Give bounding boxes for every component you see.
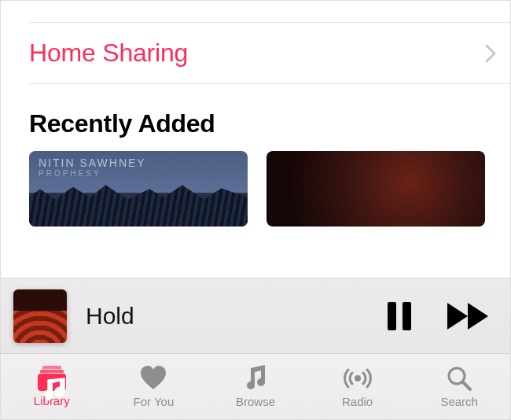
library-row-label: Home Sharing — [29, 39, 188, 68]
tab-bar: Library For You Browse Radio Search — [1, 353, 510, 419]
tab-label: For You — [134, 395, 175, 408]
music-note-icon — [241, 365, 270, 392]
album-tile[interactable]: NITIN SAWHNEY PROPHESY — [29, 151, 248, 227]
tab-label: Search — [440, 395, 478, 408]
chevron-right-icon — [485, 0, 496, 2]
next-track-button[interactable] — [447, 303, 488, 330]
library-row-label: Downloaded Music — [29, 0, 239, 6]
heart-icon — [139, 365, 167, 392]
pause-icon — [388, 302, 411, 330]
tab-library[interactable]: Library — [1, 354, 103, 419]
recently-added-grid[interactable]: NITIN SAWHNEY PROPHESY — [1, 151, 510, 227]
chevron-right-icon — [485, 44, 496, 63]
recently-added-heading: Recently Added — [1, 84, 510, 151]
tab-radio[interactable]: Radio — [307, 354, 409, 419]
now-playing-artwork — [13, 289, 67, 343]
now-playing-title: Hold — [86, 303, 369, 330]
tab-for-you[interactable]: For You — [103, 354, 205, 419]
tab-label: Radio — [342, 395, 373, 408]
library-row-downloaded-music[interactable]: Downloaded Music — [29, 0, 510, 23]
tab-search[interactable]: Search — [408, 354, 510, 419]
search-icon — [445, 365, 473, 392]
now-playing-bar[interactable]: Hold — [1, 278, 510, 353]
tab-label: Browse — [236, 395, 275, 408]
album-tile[interactable] — [267, 151, 485, 227]
radio-icon — [344, 365, 372, 392]
library-row-home-sharing[interactable]: Home Sharing — [29, 23, 510, 84]
library-category-list: Downloaded Music Home Sharing — [1, 0, 510, 84]
library-icon — [38, 366, 66, 391]
now-playing-controls — [388, 302, 488, 330]
next-track-icon — [447, 303, 488, 330]
svg-point-0 — [355, 375, 361, 381]
album-artist-text: NITIN SAWHNEY PROPHESY — [39, 157, 146, 178]
pause-button[interactable] — [388, 302, 411, 330]
tab-browse[interactable]: Browse — [204, 354, 307, 419]
